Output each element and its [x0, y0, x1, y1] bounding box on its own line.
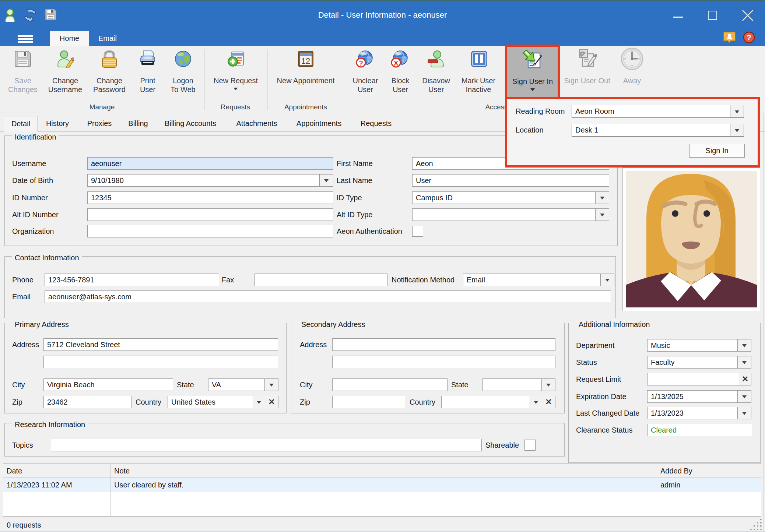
svg-text:?: ?	[359, 59, 363, 67]
svg-text:X: X	[394, 59, 399, 67]
svg-text:?: ?	[747, 33, 751, 42]
svg-text:12: 12	[301, 56, 310, 66]
